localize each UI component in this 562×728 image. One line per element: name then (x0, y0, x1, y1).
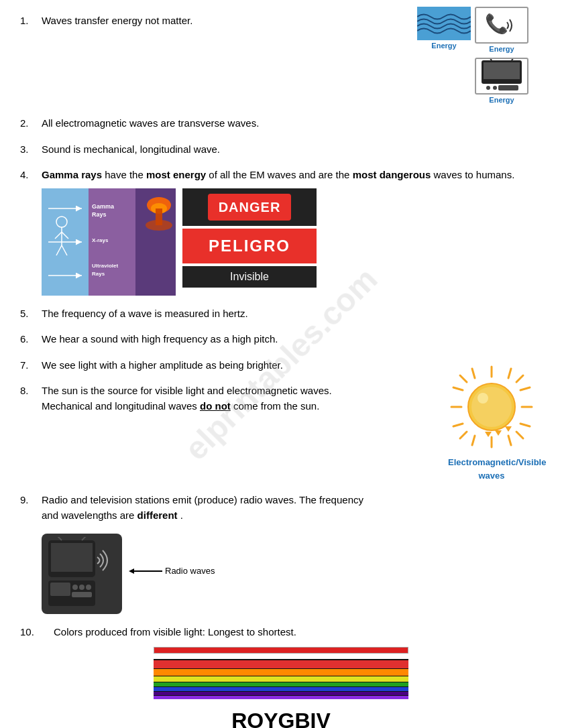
svg-point-47 (471, 387, 512, 427)
svg-marker-51 (485, 432, 492, 437)
svg-line-44 (472, 436, 475, 445)
radio-section: Radio waves (42, 528, 542, 614)
red-strip (154, 647, 408, 654)
item-5-num: 5. (20, 306, 42, 322)
gamma-rays-text: Gamma rays (42, 169, 102, 180)
item-6: 6. We hear a sound with high frequency a… (20, 332, 542, 347)
item-10-num: 10. (20, 625, 54, 640)
svg-line-43 (520, 424, 530, 426)
svg-text:Rays: Rays (92, 271, 105, 277)
roygbiv-text: ROYGBIV (154, 705, 408, 729)
svg-rect-58 (50, 583, 70, 596)
svg-line-34 (460, 375, 467, 382)
item-3: 3. Sound is mechanical, longitudinal wav… (20, 142, 542, 158)
item-9: 9. Radio and television stations emit (p… (20, 493, 542, 614)
svg-point-61 (86, 585, 91, 590)
item-8: 8. The sun is the source for visible lig… (20, 383, 542, 482)
svg-text:Ultraviolet: Ultraviolet (92, 263, 118, 269)
svg-line-56 (82, 537, 89, 540)
item-3-num: 3. (20, 142, 42, 158)
peligro-text: PELIGRO (209, 234, 290, 258)
spectrum-green (154, 682, 408, 686)
spectrum-yellow (154, 676, 408, 682)
svg-line-42 (453, 424, 463, 426)
radio-waves-row: Radio waves (129, 564, 215, 578)
svg-rect-8 (498, 85, 518, 90)
svg-line-41 (520, 387, 530, 390)
spectrum-indigo (154, 692, 408, 695)
danger-section: Gamma Rays X-rays Ultraviolet Rays (42, 188, 542, 296)
svg-text:X-rays: X-rays (92, 237, 109, 243)
do-not-text: do not (200, 400, 231, 412)
svg-rect-62 (72, 592, 92, 597)
energy-icons: Energy 📞 Energy (417, 7, 528, 105)
spectrum-bar (154, 659, 408, 699)
gamma-diagram: Gamma Rays X-rays Ultraviolet Rays (42, 188, 176, 296)
svg-point-6 (486, 86, 490, 90)
energy-label-1: Energy (417, 40, 471, 52)
peligro-sign: PELIGRO (182, 229, 317, 263)
svg-line-5 (512, 59, 515, 60)
svg-rect-3 (484, 62, 520, 79)
item-4-text: Gamma rays have the most energy of all t… (42, 168, 514, 183)
item-2: 2. All electromagnetic waves are transve… (20, 116, 542, 131)
radio-big-icon (42, 534, 122, 614)
svg-point-48 (477, 393, 488, 404)
spectrum-section: ROYGBIV Red, Orange, Yellow, Green, Blue… (154, 647, 408, 729)
arrow-left-icon (129, 564, 162, 578)
svg-marker-50 (505, 426, 512, 432)
item-9-num: 9. (20, 493, 42, 508)
svg-point-59 (72, 585, 78, 590)
item-3-text: Sound is mechanical, longitudinal wave. (42, 142, 220, 158)
item-10: 10. Colors produced from visible light: … (20, 625, 542, 728)
danger-sign-area: DANGER PELIGRO Invisible (182, 188, 317, 296)
item-4: 4. Gamma rays have the most energy of al… (20, 168, 542, 296)
item-8-num: 8. (20, 383, 42, 399)
phone-energy-icon: 📞 (475, 7, 528, 44)
item-4-num: 4. (20, 168, 42, 183)
svg-line-55 (55, 537, 62, 540)
item-6-text: We hear a sound with high frequency as a… (42, 332, 278, 347)
item-10-text: Colors produced from visible light: Long… (54, 625, 296, 640)
wave-energy-icon (417, 7, 471, 40)
most-dangerous-text: most dangerous (353, 169, 431, 180)
svg-line-45 (508, 436, 511, 445)
item-1: 1. Waves transfer energy not matter. (20, 13, 542, 105)
item-6-num: 6. (20, 332, 42, 347)
svg-line-40 (453, 387, 463, 390)
item-2-text: All electromagnetic waves are transverse… (42, 116, 259, 131)
svg-marker-49 (495, 430, 502, 436)
spectrum-red (154, 660, 408, 668)
item-1-text: Waves transfer energy not matter. (42, 13, 192, 29)
danger-sign: DANGER (182, 188, 317, 226)
svg-line-38 (472, 369, 475, 378)
most-energy-text: most energy (146, 169, 206, 180)
svg-point-29 (146, 220, 172, 231)
svg-rect-54 (51, 543, 93, 572)
sun-icon (448, 363, 535, 450)
svg-marker-64 (129, 568, 134, 574)
radio-waves-label: Radio waves (165, 564, 215, 578)
item-2-num: 2. (20, 116, 42, 131)
svg-text:Gamma: Gamma (92, 203, 115, 210)
energy-label-3: Energy (475, 95, 528, 106)
item-7-text: We see light with a higher amplitude as … (42, 358, 283, 373)
svg-line-36 (516, 375, 523, 382)
spectrum-orange (154, 669, 408, 676)
svg-line-37 (460, 432, 467, 438)
svg-line-4 (488, 59, 492, 60)
item-9-text: Radio and television stations emit (prod… (42, 493, 370, 523)
svg-line-35 (516, 432, 523, 438)
svg-text:Rays: Rays (92, 211, 107, 218)
spectrum-blue (154, 687, 408, 691)
item-5-text: The frequency of a wave is measured in h… (42, 306, 248, 322)
different-text: different (137, 509, 178, 521)
invisible-label: Invisible (182, 266, 317, 288)
svg-text:📞: 📞 (485, 13, 508, 35)
item-5: 5. The frequency of a wave is measured i… (20, 306, 542, 322)
svg-line-39 (508, 369, 511, 378)
spectrum-violet (154, 696, 408, 699)
svg-point-7 (493, 86, 497, 90)
item-1-num: 1. (20, 13, 42, 29)
em-label: Electromagnetic/Visible waves (448, 456, 535, 482)
